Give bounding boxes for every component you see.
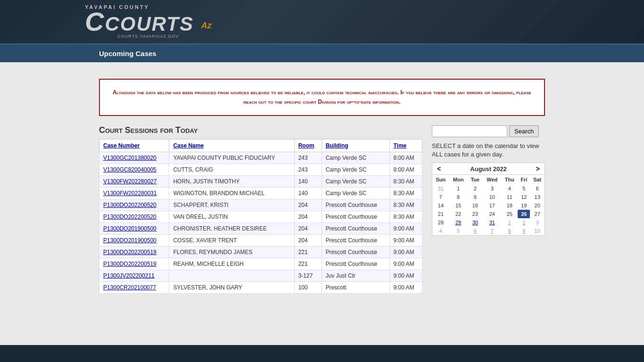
calendar-message: SELECT a date on the calendar to view AL… [432, 142, 545, 159]
case-number-link[interactable]: P1300DO201900500 [103, 225, 157, 232]
disclaimer-box: Although the data below has been produce… [99, 79, 545, 115]
table-row: V1300GC820040005CUTTS, CRAIG243Camp Verd… [99, 164, 422, 175]
calendar-week-row: 45678910 [432, 227, 545, 235]
calendar-day: 16 [467, 201, 483, 210]
table-row: V1300FW202280027HORN, JUSTIN TIMOTHY140C… [99, 175, 422, 187]
table-cell: 9:00 AM [389, 246, 422, 258]
table-cell: 204 [294, 199, 322, 211]
table-cell: Camp Verde SC [322, 152, 389, 164]
content-row: Court Sessions for Today Case Number Cas… [99, 125, 545, 294]
case-number-link[interactable]: P1300DO202200520 [103, 214, 157, 220]
calendar-day-headers: SunMonTueWedThuFriSat [432, 175, 545, 184]
calendar-next-button[interactable]: > [534, 165, 542, 173]
case-number-link[interactable]: P1300DO201900500 [103, 237, 157, 244]
logo-url: COURTS.YAVAPAIAZ.GOV [85, 34, 212, 39]
calendar-grid: SunMonTueWedThuFriSat 311234567891011121… [432, 175, 545, 235]
calendar-day: 10 [530, 227, 545, 235]
table-cell: 8:30 AM [389, 211, 422, 222]
case-number-link[interactable]: V1300GC820040005 [103, 166, 157, 173]
calendar-day: 23 [467, 210, 483, 218]
calendar-day: 21 [432, 210, 449, 218]
table-row: P1300JV2022002113-127Juv Just Ctr9:00 AM [99, 270, 422, 281]
case-number-link[interactable]: V1300FW202280027 [103, 178, 157, 185]
calendar-day: 17 [483, 201, 501, 210]
col-header-time[interactable]: Time [389, 139, 422, 152]
calendar-day-header: Mon [449, 175, 467, 184]
table-row: P1300DO202200520VAN DREEL, JUSTIN204Pres… [99, 211, 422, 222]
calendar-day: 8 [501, 227, 518, 235]
table-cell: 8:30 AM [389, 199, 422, 211]
calendar-day[interactable]: 26 [518, 210, 530, 218]
logo-c-letter: C [85, 7, 105, 36]
table-cell: 9:00 AM [389, 258, 422, 270]
calendar-day: 9 [467, 193, 483, 201]
table-cell: Prescott Courthouse [322, 199, 389, 211]
case-number-link[interactable]: P1300JV202200211 [103, 272, 155, 279]
table-row: P1300DO202200519FLORES, REYMUNDO JAMES22… [99, 246, 422, 258]
table-cell: 8:30 AM [389, 187, 422, 199]
table-cell: 243 [294, 164, 322, 175]
calendar-day: 2 [518, 218, 530, 227]
col-header-case-name[interactable]: Case Name [169, 139, 294, 152]
calendar-day: 27 [530, 210, 545, 218]
calendar-day: 8 [449, 193, 467, 201]
table-header-row: Case Number Case Name Room Building Time [99, 139, 422, 152]
table-cell: 8:00 AM [389, 164, 422, 175]
calendar-section: Search SELECT a date on the calendar to … [432, 125, 545, 236]
table-cell: SCHAPPERT, KRISTI [169, 199, 294, 211]
calendar-day-header: Wed [483, 175, 501, 184]
table-cell: REAHM, MICHELLE LEIGH [169, 258, 294, 270]
calendar-day-header: Thu [501, 175, 518, 184]
table-cell: 3-127 [294, 270, 322, 281]
calendar-day: 11 [501, 193, 518, 201]
search-input[interactable] [432, 125, 507, 137]
calendar-week-row: 14151617181920 [432, 201, 545, 210]
calendar-day-header: Tue [467, 175, 483, 184]
calendar-day: 6 [530, 184, 545, 193]
table-cell: COSSE, XAVIER TRENT [169, 234, 294, 246]
calendar-day: 14 [432, 201, 449, 210]
table-cell: Camp Verde SC [322, 164, 389, 175]
calendar-day: 31 [432, 184, 449, 193]
logo-courts-row: CCOURTS Az [85, 10, 212, 33]
case-number-link[interactable]: P1300CR202100077 [103, 284, 156, 291]
case-number-link[interactable]: V1300GC201380020 [103, 155, 157, 161]
col-header-case-number[interactable]: Case Number [99, 139, 169, 152]
calendar-day: 30 [467, 218, 483, 227]
calendar-prev-button[interactable]: < [435, 165, 443, 173]
calendar-day: 1 [501, 218, 518, 227]
calendar-day: 7 [483, 227, 501, 235]
calendar-week-row: 78910111213 [432, 193, 545, 201]
table-row: P1300DO201900500COSSE, XAVIER TRENT204Pr… [99, 234, 422, 246]
search-button[interactable]: Search [509, 125, 539, 137]
logo-az: Az [201, 21, 212, 30]
case-number-link[interactable]: P1300DO202200519 [103, 249, 157, 255]
table-section: Court Sessions for Today Case Number Cas… [99, 125, 422, 294]
table-row: P1300DO202200519REAHM, MICHELLE LEIGH221… [99, 258, 422, 270]
table-cell: Prescott Courthouse [322, 234, 389, 246]
table-cell: YAVAPAI COUNTY PUBLIC FIDUCIARY [169, 152, 294, 164]
table-cell: 221 [294, 258, 322, 270]
calendar-day: 28 [432, 218, 449, 227]
case-number-link[interactable]: P1300DO202200519 [103, 261, 157, 267]
table-cell: 8:00 AM [389, 152, 422, 164]
table-cell: 9:00 AM [389, 270, 422, 281]
calendar-day: 6 [467, 227, 483, 235]
case-number-link[interactable]: V1300FW202280031 [103, 190, 157, 197]
calendar-day: 15 [449, 201, 467, 210]
logo-text: YAVAPAI COUNTY CCOURTS Az COURTS.YAVAPAI… [85, 5, 212, 39]
table-cell: Prescott Courthouse [322, 258, 389, 270]
table-cell: 243 [294, 152, 322, 164]
logo-area: YAVAPAI COUNTY CCOURTS Az COURTS.YAVAPAI… [85, 5, 644, 39]
table-cell: Juv Just Ctr [322, 270, 389, 281]
calendar-day-header: Sat [530, 175, 545, 184]
table-cell: 9:00 AM [389, 234, 422, 246]
calendar-day: 3 [530, 218, 545, 227]
table-cell: Prescott Courthouse [322, 222, 389, 234]
calendar-week-row: 28293031123 [432, 218, 545, 227]
table-cell: Prescott [322, 281, 389, 293]
case-number-link[interactable]: P1300DO202200520 [103, 202, 157, 208]
col-header-room[interactable]: Room [294, 139, 322, 152]
col-header-building[interactable]: Building [322, 139, 389, 152]
calendar-widget: < August 2022 > SunMonTueWedThuFriSat 31… [432, 163, 545, 236]
